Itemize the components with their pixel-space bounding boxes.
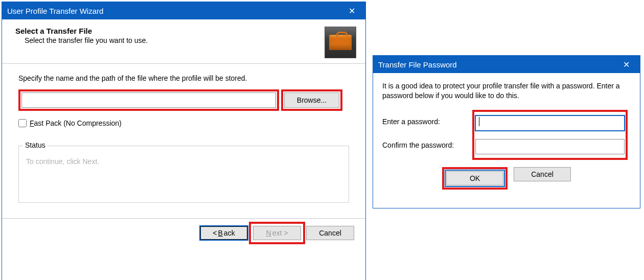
status-group: Status To continue, click Next. [18, 146, 349, 203]
wizard-footer: < Back Next > Cancel [2, 218, 365, 249]
enter-password-input[interactable] [475, 115, 625, 131]
wizard-title: User Profile Transfer Wizard [7, 7, 343, 15]
confirm-password-input[interactable] [475, 139, 625, 154]
ok-button[interactable]: OK [446, 171, 503, 185]
password-titlebar[interactable]: Transfer File Password ✕ [373, 56, 640, 73]
next-button[interactable]: Next > [253, 226, 301, 240]
fast-pack-checkbox[interactable] [18, 119, 27, 127]
back-button[interactable]: < Back [200, 226, 248, 240]
browse-button[interactable]: Browse... [284, 92, 339, 108]
confirm-password-label: Confirm the password: [382, 141, 454, 149]
cancel-button[interactable]: Cancel [306, 226, 354, 240]
transfer-file-path-input[interactable] [21, 92, 276, 108]
wizard-header: Select a Transfer File Select the transf… [2, 19, 365, 63]
status-text: To continue, click Next. [26, 157, 341, 166]
cancel-button[interactable]: Cancel [514, 167, 571, 181]
wizard-heading: Select a Transfer File [15, 27, 325, 35]
password-title: Transfer File Password [378, 60, 617, 69]
close-icon[interactable]: ✕ [617, 56, 635, 73]
password-message: It is a good idea to protect your profil… [382, 81, 631, 101]
wizard-subheading: Select the transfer file you want to use… [25, 36, 325, 44]
wizard-window: User Profile Transfer Wizard ✕ Select a … [2, 2, 366, 280]
wizard-banner-image [325, 27, 356, 58]
fast-pack-label: Fast Pack (No Compression) [30, 119, 122, 127]
close-icon[interactable]: ✕ [343, 2, 360, 19]
wizard-titlebar[interactable]: User Profile Transfer Wizard ✕ [2, 2, 365, 19]
status-legend: Status [23, 141, 48, 149]
enter-password-label: Enter a password: [382, 118, 440, 126]
instruction-text: Specify the name and the path of the fil… [18, 74, 349, 82]
password-dialog: Transfer File Password ✕ It is a good id… [373, 55, 640, 208]
